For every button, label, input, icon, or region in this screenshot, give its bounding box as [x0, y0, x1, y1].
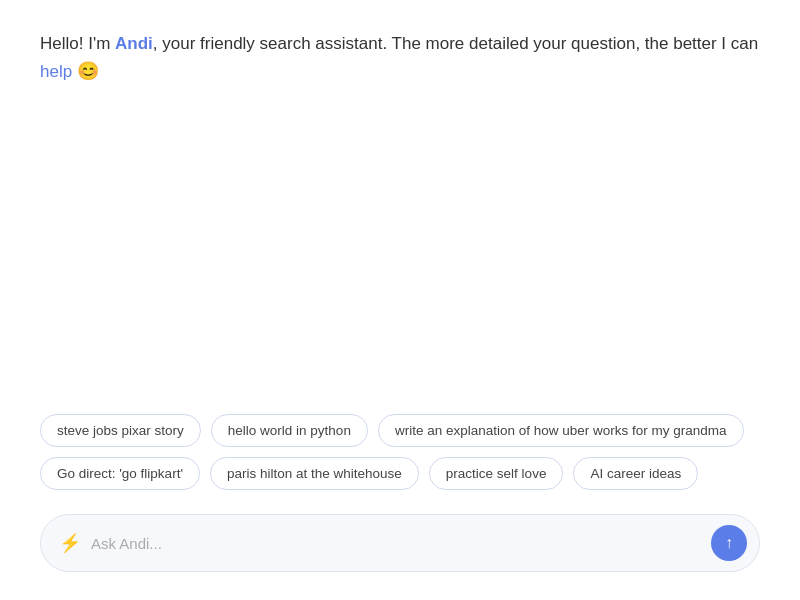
suggestion-chip-career[interactable]: AI career ideas — [573, 457, 698, 490]
lightning-icon: ⚡ — [59, 532, 81, 554]
input-bar: ⚡ ↑ — [40, 514, 760, 572]
main-content: Hello! I'm Andi, your friendly search as… — [0, 0, 800, 86]
greeting-suffix: , your friendly search assistant. The mo… — [153, 34, 758, 53]
suggestion-chip-uber[interactable]: write an explanation of how uber works f… — [378, 414, 744, 447]
suggestion-chip-flipkart[interactable]: Go direct: 'go flipkart' — [40, 457, 200, 490]
greeting-emoji: 😊 — [77, 61, 99, 81]
greeting-paragraph: Hello! I'm Andi, your friendly search as… — [40, 30, 760, 86]
send-arrow-icon: ↑ — [725, 535, 733, 551]
send-button[interactable]: ↑ — [711, 525, 747, 561]
suggestions-area: steve jobs pixar story hello world in py… — [40, 414, 760, 490]
suggestion-chip-hello[interactable]: hello world in python — [211, 414, 368, 447]
suggestion-chip-steve[interactable]: steve jobs pixar story — [40, 414, 201, 447]
greeting-prefix: Hello! I'm — [40, 34, 115, 53]
brand-name: Andi — [115, 34, 153, 53]
suggestion-chip-selflove[interactable]: practice self love — [429, 457, 564, 490]
suggestion-chip-paris[interactable]: paris hilton at the whitehouse — [210, 457, 419, 490]
search-input[interactable] — [91, 535, 701, 552]
help-link[interactable]: help — [40, 62, 72, 81]
